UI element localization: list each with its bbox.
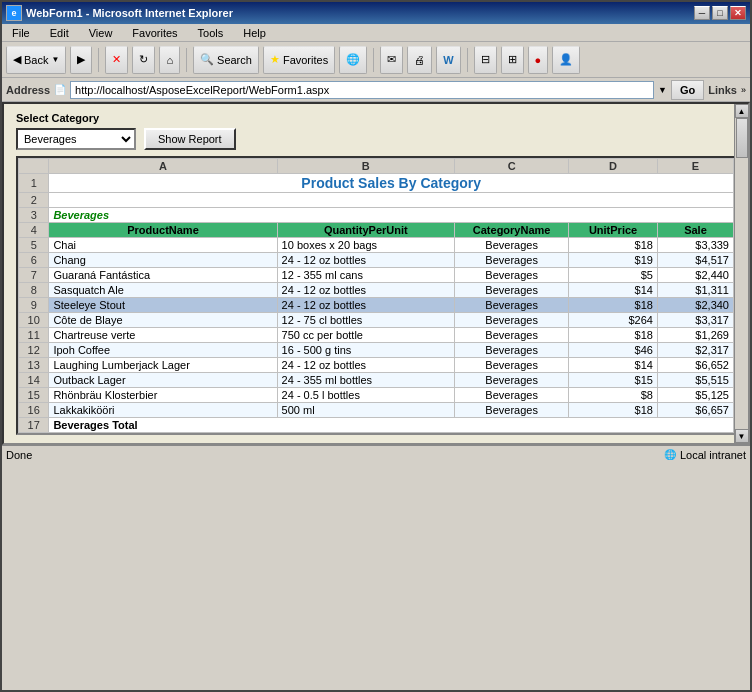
column-header-row: A B C D E [19,159,734,174]
btn-extra-4[interactable]: 👤 [552,46,580,74]
table-row: 7 Guaraná Fantástica 12 - 355 ml cans Be… [19,268,734,283]
address-input[interactable] [70,81,654,99]
toolbar-separator-4 [467,48,468,72]
empty-row-2 [49,193,734,208]
forward-icon: ▶ [77,53,85,66]
icon-extra-1: ⊟ [481,53,490,66]
cell-price: $264 [569,313,658,328]
print-button[interactable]: 🖨 [407,46,432,74]
toolbar-separator-3 [373,48,374,72]
btn-extra-1[interactable]: ⊟ [474,46,497,74]
cell-qty: 24 - 0.5 l bottles [277,388,454,403]
total-label: Beverages Total [49,418,734,433]
scroll-up-button[interactable]: ▲ [735,104,749,118]
back-label: Back [24,54,48,66]
cell-qty: 10 boxes x 20 bags [277,238,454,253]
page-area: Select Category Beverages Condiments Con… [2,102,750,445]
cell-cat: Beverages [455,373,569,388]
menu-view[interactable]: View [83,26,119,40]
row-num-10: 10 [19,313,49,328]
menu-tools[interactable]: Tools [192,26,230,40]
table-row: 13 Laughing Lumberjack Lager 24 - 12 oz … [19,358,734,373]
star-icon: ★ [270,53,280,66]
cell-qty: 12 - 75 cl bottles [277,313,454,328]
table-row: 8 Sasquatch Ale 24 - 12 oz bottles Bever… [19,283,734,298]
cell-price: $14 [569,358,658,373]
cell-qty: 16 - 500 g tins [277,343,454,358]
cell-qty: 750 cc per bottle [277,328,454,343]
cell-sale: $5,125 [657,388,733,403]
header-sale: Sale [657,223,733,238]
address-label: Address [6,84,50,96]
table-row: 2 [19,193,734,208]
word-button[interactable]: W [436,46,460,74]
col-header-c: C [455,159,569,174]
cell-qty: 24 - 12 oz bottles [277,358,454,373]
btn-extra-2[interactable]: ⊞ [501,46,524,74]
refresh-icon: ↻ [139,53,148,66]
corner-cell [19,159,49,174]
home-button[interactable]: ⌂ [159,46,180,74]
category-dropdown[interactable]: Beverages Condiments Confections Dairy P… [16,128,136,150]
cell-price: $18 [569,238,658,253]
row-num-11: 11 [19,328,49,343]
cell-sale: $4,517 [657,253,733,268]
cell-product: Chai [49,238,277,253]
cell-qty: 24 - 12 oz bottles [277,283,454,298]
menu-file[interactable]: File [6,26,36,40]
cell-qty: 12 - 355 ml cans [277,268,454,283]
cell-cat: Beverages [455,328,569,343]
cell-product: Sasquatch Ale [49,283,277,298]
refresh-button[interactable]: ↻ [132,46,155,74]
spreadsheet-container[interactable]: A B C D E 1 Product Sales By Category [16,156,736,435]
address-go-dropdown[interactable]: ▼ [658,85,667,95]
scroll-down-button[interactable]: ▼ [735,429,749,443]
scroll-track[interactable] [735,118,749,429]
show-report-button[interactable]: Show Report [144,128,236,150]
table-row: 11 Chartreuse verte 750 cc per bottle Be… [19,328,734,343]
cell-cat: Beverages [455,268,569,283]
back-dropdown-icon: ▼ [51,55,59,64]
btn-extra-3[interactable]: ● [528,46,549,74]
minimize-button[interactable]: ─ [694,6,710,20]
cell-cat: Beverages [455,388,569,403]
toolbar-separator-1 [98,48,99,72]
row-num-1: 1 [19,174,49,193]
cell-qty: 24 - 12 oz bottles [277,253,454,268]
col-header-d: D [569,159,658,174]
icon-extra-3: ● [535,54,542,66]
stop-button[interactable]: ✕ [105,46,128,74]
close-button[interactable]: ✕ [730,6,746,20]
table-row: 9 Steeleye Stout 24 - 12 oz bottles Beve… [19,298,734,313]
media-button[interactable]: 🌐 [339,46,367,74]
links-expand-icon[interactable]: » [741,85,746,95]
menu-edit[interactable]: Edit [44,26,75,40]
cell-price: $18 [569,328,658,343]
favorites-button[interactable]: ★ Favorites [263,46,335,74]
go-button[interactable]: Go [671,80,704,100]
search-button[interactable]: 🔍 Search [193,46,259,74]
cell-sale: $3,339 [657,238,733,253]
forward-button[interactable]: ▶ [70,46,92,74]
favorites-label: Favorites [283,54,328,66]
stop-icon: ✕ [112,53,121,66]
maximize-button[interactable]: □ [712,6,728,20]
col-header-b: B [277,159,454,174]
cell-price: $18 [569,298,658,313]
mail-button[interactable]: ✉ [380,46,403,74]
row-num-5: 5 [19,238,49,253]
cell-price: $14 [569,283,658,298]
menu-help[interactable]: Help [237,26,272,40]
cell-sale: $1,311 [657,283,733,298]
title-cell: Product Sales By Category [49,174,734,193]
row-num-7: 7 [19,268,49,283]
cell-product: Côte de Blaye [49,313,277,328]
scroll-thumb[interactable] [736,118,748,158]
cell-sale: $3,317 [657,313,733,328]
menu-favorites[interactable]: Favorites [126,26,183,40]
zone-icon: 🌐 [664,449,676,460]
scrollbar[interactable]: ▲ ▼ [734,104,748,443]
cell-sale: $1,269 [657,328,733,343]
toolbar: ◀ Back ▼ ▶ ✕ ↻ ⌂ 🔍 Search ★ Favorites 🌐 [2,42,750,78]
back-button[interactable]: ◀ Back ▼ [6,46,66,74]
